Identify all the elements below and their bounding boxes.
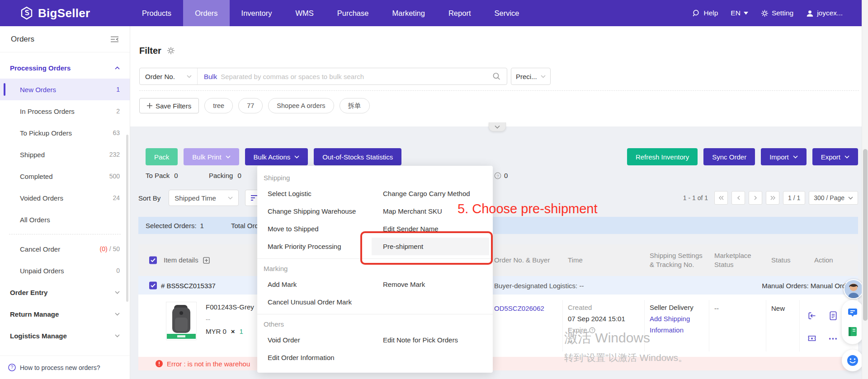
last-page-button[interactable] xyxy=(766,191,779,205)
window-scrollbar[interactable] xyxy=(862,0,868,379)
menu-item-select-logistic[interactable]: Select Logistic xyxy=(257,185,372,202)
search-icon[interactable] xyxy=(486,68,507,84)
import-button[interactable]: Import xyxy=(761,148,807,165)
marketplace-order-no-link[interactable]: OD5SCZ026062 xyxy=(494,304,544,312)
guide-book-icon[interactable] xyxy=(847,326,859,337)
nav-item-orders[interactable]: Orders xyxy=(183,0,229,26)
nav-item-products[interactable]: Products xyxy=(130,0,183,26)
item-label: All Orders xyxy=(20,216,50,224)
product-sku[interactable]: F001243S-Grey xyxy=(206,301,254,313)
help-link[interactable]: ? How to process new orders? xyxy=(0,356,130,379)
menu-item-pre-shipment[interactable]: Pre-shipment xyxy=(372,238,489,255)
sidebar-item-voided-orders[interactable]: Voided Orders 24 xyxy=(0,187,130,209)
sidebar-item-in-process-orders[interactable]: In Process Orders 2 xyxy=(0,100,130,122)
page-indicator[interactable]: 1 / 1 xyxy=(783,191,805,205)
add-column-icon[interactable] xyxy=(203,257,210,264)
menu-item-change-cargo-carry-method[interactable]: Change Cargo Carry Method xyxy=(372,185,489,202)
nav-item-report[interactable]: Report xyxy=(437,0,483,26)
product-image[interactable] xyxy=(166,302,197,340)
support-avatar[interactable] xyxy=(844,279,863,299)
settings-menu[interactable]: Setting xyxy=(761,9,793,17)
order-actions: ⋯ xyxy=(807,311,839,343)
menu-item-edit-sender-name[interactable]: Edit Sender Name xyxy=(372,220,489,238)
to-pack-count[interactable]: To Pack 0 xyxy=(146,172,178,179)
help-count[interactable]: ? 0 xyxy=(494,172,508,179)
menu-item-add-mark[interactable]: Add Mark xyxy=(257,276,372,293)
menu-item-cancel-unusual-order-mark[interactable]: Cancel Unusual Order Mark xyxy=(257,293,372,311)
filter-tag-shopee-a-orders[interactable]: Shopee A orders xyxy=(268,98,334,113)
out-of-stocks-button[interactable]: Out-of-Stocks Statistics xyxy=(314,148,401,165)
sidebar-item-unpaid-orders[interactable]: Unpaid Orders 0 xyxy=(0,260,130,281)
first-page-button[interactable] xyxy=(714,191,728,205)
filter-tag-tree[interactable]: tree xyxy=(204,98,233,113)
menu-item-mark-priority-processing[interactable]: Mark Priority Processing xyxy=(257,238,372,255)
bulk-print-button[interactable]: Bulk Print xyxy=(184,148,239,165)
save-filters-button[interactable]: Save Filters xyxy=(139,98,199,113)
help-menu[interactable]: Help xyxy=(693,9,718,17)
sidebar-item-new-orders[interactable]: New Orders 1 xyxy=(0,79,130,100)
order-row-header: # BS5SCZ015337 Buyer-designated Logistic… xyxy=(138,276,858,295)
brand-logo[interactable]: BigSeller xyxy=(0,0,130,26)
sidebar-scrollbar[interactable] xyxy=(126,135,128,302)
language-selector[interactable]: EN xyxy=(731,9,748,17)
search-field-selector[interactable]: Order No. xyxy=(140,68,198,84)
scrollbar-thumb[interactable] xyxy=(863,149,868,321)
sort-field-selector[interactable]: Shipped Time xyxy=(169,190,239,206)
sidebar-group-order-entry[interactable]: Order Entry xyxy=(0,281,130,303)
sidebar-item-all-orders[interactable]: All Orders xyxy=(0,209,130,230)
sidebar-group-processing-orders[interactable]: Processing Orders xyxy=(0,57,130,79)
menu-item-remove-mark[interactable]: Remove Mark xyxy=(372,276,489,293)
collapse-filter-pill[interactable] xyxy=(489,122,506,131)
nav-item-wms[interactable]: WMS xyxy=(283,0,325,26)
order-checkbox[interactable] xyxy=(149,281,157,289)
nav-item-marketing[interactable]: Marketing xyxy=(380,0,436,26)
column-header-status[interactable]: Status xyxy=(771,256,791,265)
menu-item-move-to-shipped[interactable]: Move to Shipped xyxy=(257,220,372,238)
filter-tag-split[interactable]: 拆单 xyxy=(340,98,370,113)
sidebar-group-logistics-manage[interactable]: Logistics Manage xyxy=(0,325,130,346)
nav-item-purchase[interactable]: Purchase xyxy=(326,0,381,26)
group-label: Logistics Manage xyxy=(10,332,67,340)
sidebar-group-return-manage[interactable]: Return Manage xyxy=(0,303,130,325)
menu-item-void-order[interactable]: Void Order xyxy=(257,331,372,349)
column-header-order-no[interactable]: Order No. & Buyer xyxy=(494,256,550,265)
column-header-time[interactable]: Time xyxy=(568,256,583,265)
pack-button[interactable]: Pack xyxy=(146,148,178,165)
sidebar-item-cancel-order[interactable]: Cancel Order (0)/ 50 xyxy=(0,238,130,260)
order-id[interactable]: # BS5SCZ015337 xyxy=(161,281,216,289)
announcement-icon[interactable] xyxy=(847,307,859,318)
sync-order-button[interactable]: Sync Order xyxy=(703,148,755,165)
bulk-actions-button[interactable]: Bulk Actions xyxy=(245,148,308,165)
packing-count[interactable]: Packing 0 xyxy=(209,172,241,179)
pack-order-icon[interactable] xyxy=(807,311,817,321)
nav-item-service[interactable]: Service xyxy=(482,0,531,26)
column-header-marketplace-status[interactable]: Marketplace Status xyxy=(714,251,756,270)
sidebar-item-to-pickup-orders[interactable]: To Pickup Orders 63 xyxy=(0,122,130,144)
menu-item-change-shipping-warehouse[interactable]: Change Shipping Warehouse xyxy=(257,202,372,220)
user-menu[interactable]: joycex... xyxy=(806,9,843,17)
menu-item-edit-note-for-pick-orders[interactable]: Edit Note for Pick Orders xyxy=(372,331,489,349)
export-button[interactable]: Export xyxy=(812,148,858,165)
filter-settings-gear-icon[interactable] xyxy=(167,47,175,55)
nav-item-inventory[interactable]: Inventory xyxy=(230,0,284,26)
menu-item-edit-order-information[interactable]: Edit Order Information xyxy=(257,349,372,366)
filter-tag-77[interactable]: 77 xyxy=(238,98,263,113)
order-document-icon[interactable] xyxy=(828,311,839,321)
page-size-selector[interactable]: 300 / Page xyxy=(809,191,858,205)
bulk-search-input[interactable] xyxy=(221,73,486,80)
sidebar-item-completed[interactable]: Completed 500 xyxy=(0,165,130,187)
prev-page-button[interactable] xyxy=(731,191,745,205)
column-header-shipping[interactable]: Shipping Settings & Tracking No. xyxy=(650,251,705,270)
sidebar-item-shipped[interactable]: Shipped 232 xyxy=(0,144,130,165)
feedback-widget[interactable] xyxy=(842,350,863,371)
more-actions-icon[interactable]: ⋯ xyxy=(828,333,839,343)
floating-toolbar xyxy=(842,300,863,344)
ticket-star-icon[interactable] xyxy=(807,333,817,343)
refresh-inventory-button[interactable]: Refresh Inventory xyxy=(627,148,698,165)
collapse-sidebar-icon[interactable] xyxy=(110,36,119,43)
column-header-action[interactable]: Action xyxy=(814,256,833,265)
select-all-checkbox[interactable] xyxy=(149,257,157,264)
product-info: F001243S-Grey -- MYR 0 × 1 xyxy=(206,301,254,337)
next-page-button[interactable] xyxy=(749,191,762,205)
precision-selector[interactable]: Preci... xyxy=(511,68,551,85)
